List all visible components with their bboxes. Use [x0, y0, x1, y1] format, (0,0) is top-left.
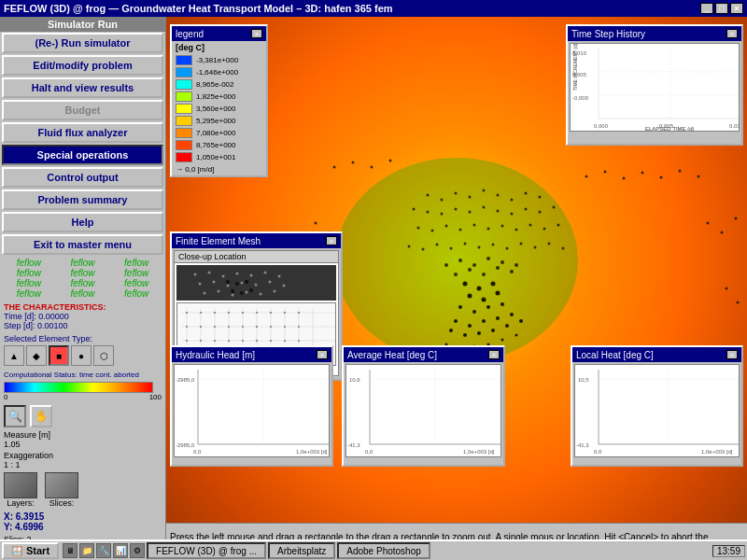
help-button[interactable]: Help: [2, 212, 163, 232]
svg-text:10,5: 10,5: [578, 377, 589, 383]
minimize-button[interactable]: _: [700, 3, 713, 14]
legend-item-1: -3,381e+000: [176, 54, 262, 66]
timestep-window-buttons: ×: [726, 29, 738, 38]
hydraulic-title-bar: Hydraulic Head [m] ×: [172, 347, 331, 362]
taskbar-arbeitsplatz-item[interactable]: Arbeitsplatz: [268, 542, 335, 559]
legend-close-button[interactable]: ×: [251, 29, 262, 38]
special-operations-button[interactable]: Special operations: [2, 145, 163, 165]
closeup-svg: [176, 265, 336, 301]
svg-point-160: [214, 312, 216, 314]
legend-color-5: [176, 104, 192, 114]
budget-button[interactable]: Budget: [2, 100, 163, 120]
taskbar-icon-5[interactable]: ⚙: [130, 543, 145, 558]
measure-section: Measure [m] 1.05: [0, 429, 165, 450]
svg-point-117: [194, 273, 197, 276]
computational-status: Computational Status: time cont. aborted: [0, 370, 165, 380]
svg-text:-2985,0: -2985,0: [176, 442, 195, 448]
legend-window[interactable]: legend × [deg C] -3,381e+000 -1,646e+000…: [170, 24, 268, 177]
taskbar-icon-1[interactable]: 🖥: [63, 543, 78, 558]
element-icon-triangle[interactable]: ▲: [4, 345, 24, 366]
timestep-close-button[interactable]: ×: [726, 29, 738, 38]
viewport[interactable]: legend × [deg C] -3,381e+000 -1,646e+000…: [166, 17, 747, 560]
control-output-button[interactable]: Control output: [2, 167, 163, 188]
svg-point-136: [274, 290, 276, 293]
svg-point-130: [283, 285, 286, 287]
legend-item-9: 1,050e+001: [176, 151, 262, 163]
mesh-close-button[interactable]: ×: [326, 236, 337, 245]
taskbar-icon-3[interactable]: 🔧: [96, 543, 111, 558]
legend-item-5: 3,560e+000: [176, 103, 262, 115]
avgheat-close-button[interactable]: ×: [488, 350, 500, 359]
start-button[interactable]: 🪟 Start: [2, 542, 59, 559]
legend-label-8: 8,765e+000: [196, 141, 236, 149]
maximize-button[interactable]: □: [715, 3, 728, 14]
taskbar-photoshop-item[interactable]: Adobe Photoshop: [337, 542, 430, 559]
element-icon-square-selected[interactable]: ■: [49, 345, 69, 366]
localheat-close-button[interactable]: ×: [726, 350, 738, 359]
avg-heat-window[interactable]: Average Heat [deg C] × 10,6 -41,3 0,0 1,…: [342, 345, 505, 467]
taskbar-feflow-item[interactable]: FEFLOW (3D) @ frog ...: [147, 542, 266, 559]
svg-text:-41,3: -41,3: [347, 442, 360, 448]
svg-point-166: [298, 312, 300, 314]
svg-point-159: [200, 312, 202, 314]
svg-text:0,0: 0,0: [193, 449, 202, 455]
local-heat-window[interactable]: Local Heat [deg C] × 10,5 -41,3 0,0 1,0e…: [571, 345, 743, 467]
sidebar-header: Simulator Run: [0, 17, 165, 32]
fluid-flux-button[interactable]: Fluid flux analyzer: [2, 122, 163, 143]
svg-point-177: [200, 340, 202, 342]
svg-text:-2985,0: -2985,0: [176, 377, 195, 383]
halt-view-button[interactable]: Halt and view results: [2, 77, 163, 98]
svg-point-139: [245, 280, 248, 284]
legend-arrow: → 0,0 [m/d]: [176, 165, 262, 174]
run-simulator-button[interactable]: (Re-) Run simulator: [2, 33, 163, 53]
svg-point-171: [242, 326, 244, 328]
localheat-svg: 10,5 -41,3 0,0 1,0e+003 [d]: [575, 365, 739, 456]
color-bar: [4, 382, 153, 393]
feflow-labels: feflow feflow feflow feflow feflow feflo…: [2, 258, 163, 299]
avgheat-svg: 10,6 -41,3 0,0 1,0e+003 [d]: [346, 365, 500, 456]
closeup-title: Close-up Location: [175, 251, 338, 263]
element-icon-hex[interactable]: ⬡: [93, 345, 114, 366]
svg-point-140: [231, 289, 234, 293]
avgheat-window-buttons: ×: [488, 350, 500, 359]
svg-point-123: [278, 275, 281, 278]
taskbar-icon-2[interactable]: 📁: [79, 543, 94, 558]
hydraulic-head-window[interactable]: Hydraulic Head [m] × -2985,0 -2985,0 0,0…: [170, 345, 333, 467]
svg-point-141: [240, 291, 244, 295]
svg-point-174: [284, 326, 286, 328]
svg-point-169: [214, 326, 216, 328]
problem-summary-button[interactable]: Problem summary: [2, 189, 163, 210]
element-icon-diamond[interactable]: ◆: [26, 345, 47, 366]
legend-title-bar: legend ×: [172, 26, 266, 41]
pan-tool-button[interactable]: ✋: [30, 405, 52, 427]
legend-item-8: 8,765e+000: [176, 139, 262, 151]
hydraulic-close-button[interactable]: ×: [317, 350, 328, 359]
timestep-window[interactable]: Time Step History × 0,010 0,005: [566, 24, 743, 146]
localheat-title-bar: Local Heat [deg C] ×: [572, 347, 741, 362]
zoom-tool-button[interactable]: 🔍: [4, 405, 26, 427]
taskbar-icon-4[interactable]: 📊: [113, 543, 128, 558]
element-type-title: Selected Element Type:: [4, 334, 162, 343]
svg-text:0,000: 0,000: [594, 123, 609, 129]
feflow-label-8: feflow: [56, 278, 110, 288]
exit-master-button[interactable]: Exit to master menu: [2, 234, 163, 255]
element-icon-circle[interactable]: ●: [71, 345, 92, 366]
svg-point-165: [284, 312, 286, 314]
svg-point-161: [228, 312, 230, 314]
y-value: 4.6996: [15, 522, 44, 532]
feflow-label-3: feflow: [109, 258, 163, 268]
svg-point-133: [232, 294, 234, 297]
legend-color-3: [176, 79, 192, 90]
edit-problem-button[interactable]: Edit/modify problem: [2, 55, 163, 76]
localheat-window-buttons: ×: [726, 350, 738, 359]
taskbar-clock: 13:59: [712, 545, 745, 557]
svg-point-119: [222, 275, 225, 278]
close-button[interactable]: ×: [730, 3, 743, 14]
layers-box: Layers:: [4, 472, 37, 508]
closeup-content: [176, 265, 336, 301]
svg-point-170: [228, 326, 230, 328]
characteristics-section: THE CHARACTERISTICS: Time [d]: 0.00000 S…: [0, 301, 165, 332]
taskbar-photoshop-label: Adobe Photoshop: [346, 546, 421, 556]
svg-point-180: [242, 340, 244, 342]
svg-point-178: [214, 340, 216, 342]
